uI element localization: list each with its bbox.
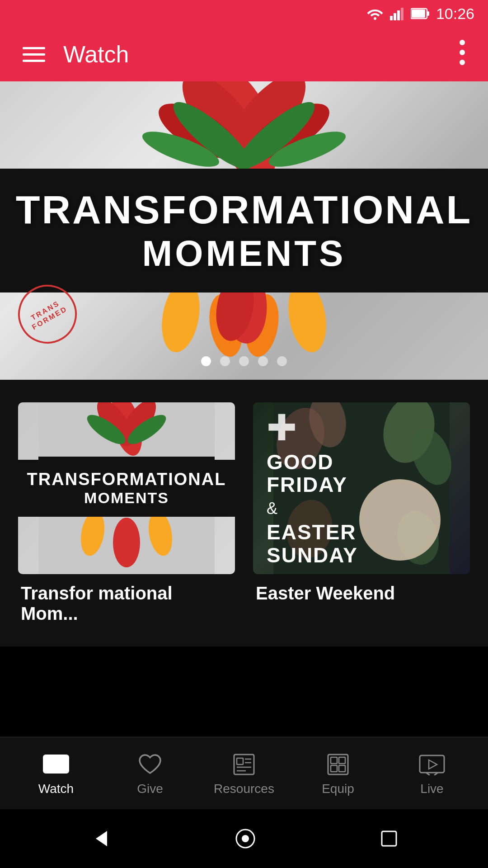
nav-equip-label: Equip	[322, 782, 354, 796]
card-transformational[interactable]: TRANSFORMATIONAL MOMENTS Transfor mation…	[18, 402, 235, 624]
svg-point-49	[113, 518, 140, 567]
card-1-label: Transfor mational Mom...	[18, 583, 235, 624]
hero-banner[interactable]: TRANSFORMATIONAL MOMENTS TRANSFORMED	[0, 81, 488, 380]
svg-rect-69	[331, 757, 337, 764]
svg-rect-4	[401, 8, 404, 20]
nav-watch[interactable]: Watch	[9, 751, 103, 796]
back-button[interactable]	[89, 827, 112, 850]
svg-rect-80	[382, 831, 396, 846]
dot-4[interactable]	[258, 356, 268, 366]
dot-5[interactable]	[277, 356, 287, 366]
hero-background: TRANSFORMATIONAL MOMENTS TRANSFORMED	[0, 81, 488, 380]
nav-watch-label: Watch	[38, 782, 74, 796]
page-title: Watch	[63, 41, 455, 68]
live-icon	[418, 751, 446, 778]
card-thumb-1: TRANSFORMATIONAL MOMENTS	[18, 402, 235, 574]
easter-amp: &	[267, 499, 456, 518]
svg-point-79	[242, 835, 249, 842]
dot-3[interactable]	[239, 356, 249, 366]
card-thumb-2: ✚ GOODFRIDAY & EASTERSUNDAY	[253, 402, 470, 574]
menu-button[interactable]	[18, 42, 50, 66]
nav-equip[interactable]: Equip	[291, 751, 385, 796]
carousel-dots	[0, 356, 488, 366]
nav-resources-label: Resources	[214, 782, 274, 796]
content-grid: TRANSFORMATIONAL MOMENTS Transfor mation…	[0, 380, 488, 646]
svg-rect-73	[420, 755, 444, 773]
nav-give[interactable]: Give	[103, 751, 197, 796]
svg-rect-71	[331, 765, 337, 772]
status-icons: 10:26	[366, 5, 474, 23]
recents-button[interactable]	[379, 829, 399, 849]
hamburger-line-2	[23, 53, 45, 56]
card-1-title: TRANSFORMATIONAL	[18, 470, 235, 489]
home-button[interactable]	[235, 829, 255, 849]
watch-icon	[42, 751, 70, 778]
status-bar: 10:26	[0, 0, 488, 27]
svg-rect-7	[412, 9, 425, 18]
signal-icon	[390, 7, 404, 20]
dot-2[interactable]	[220, 356, 230, 366]
cross-icon: ✚	[267, 410, 456, 446]
svg-rect-70	[339, 757, 345, 764]
hero-text-area: TRANSFORMATIONAL MOMENTS	[0, 81, 488, 380]
card-1-sub: MOMENTS	[18, 489, 235, 507]
card-2-label: Easter Weekend	[253, 583, 470, 604]
nav-give-label: Give	[137, 782, 163, 796]
easter-title-easter: EASTERSUNDAY	[267, 521, 456, 566]
status-time: 10:26	[436, 5, 474, 23]
svg-rect-3	[397, 10, 400, 20]
hero-center-band: TRANSFORMATIONAL MOMENTS	[0, 169, 488, 292]
hamburger-line-1	[23, 47, 45, 49]
svg-point-10	[460, 60, 465, 65]
app-bar: Watch	[0, 27, 488, 81]
hero-title-sub: MOMENTS	[0, 233, 488, 274]
bottom-nav: Watch Give Resources	[0, 737, 488, 809]
svg-marker-77	[96, 831, 107, 846]
nav-live[interactable]: Live	[385, 751, 479, 796]
resources-icon	[230, 751, 258, 778]
dot-1[interactable]	[201, 356, 211, 366]
svg-rect-2	[394, 13, 396, 20]
hero-title-main: TRANSFORMATIONAL	[0, 187, 488, 233]
svg-point-9	[460, 50, 465, 55]
android-nav-bar	[0, 809, 488, 868]
svg-rect-1	[390, 16, 393, 20]
svg-point-0	[374, 17, 376, 20]
svg-point-8	[460, 40, 465, 45]
equip-icon	[324, 751, 352, 778]
svg-rect-72	[339, 765, 345, 772]
give-icon	[136, 751, 164, 778]
easter-title-good: GOODFRIDAY	[267, 451, 456, 496]
battery-icon	[411, 8, 430, 19]
svg-rect-63	[237, 758, 243, 764]
wifi-icon	[366, 7, 384, 20]
nav-live-label: Live	[420, 782, 443, 796]
hamburger-line-3	[23, 60, 45, 62]
overflow-menu-button[interactable]	[455, 34, 470, 74]
nav-resources[interactable]: Resources	[197, 751, 291, 796]
stamp-text: TRANSFORMED	[26, 297, 69, 332]
svg-marker-74	[429, 760, 437, 769]
svg-rect-6	[427, 11, 429, 16]
card-easter[interactable]: ✚ GOODFRIDAY & EASTERSUNDAY Easter Weeke…	[253, 402, 470, 624]
